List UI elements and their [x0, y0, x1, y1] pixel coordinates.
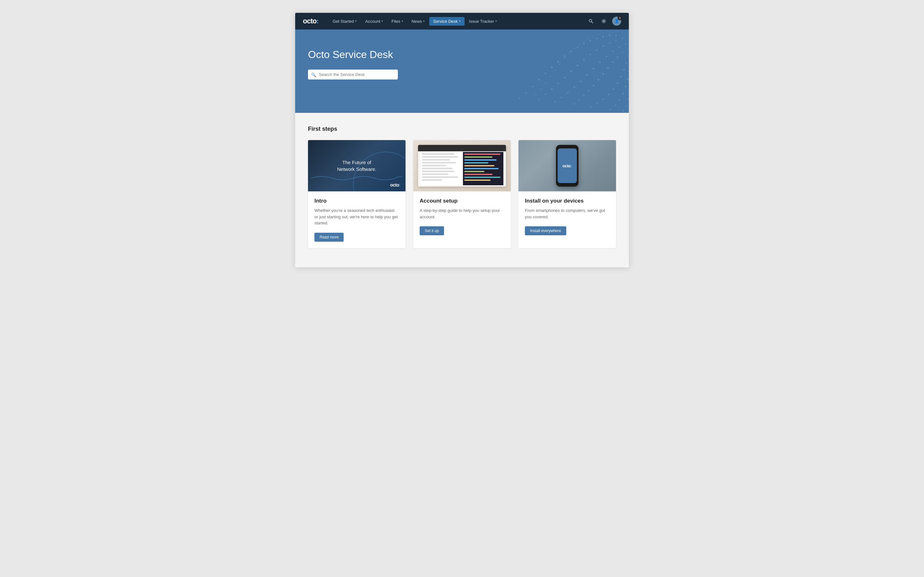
svg-point-67: [617, 56, 618, 58]
search-icon: 🔍: [311, 72, 317, 77]
svg-point-58: [559, 64, 561, 65]
nav-issue-tracker[interactable]: Issue Tracker ▾: [465, 17, 501, 26]
svg-point-92: [615, 105, 616, 106]
svg-point-17: [525, 92, 527, 93]
svg-point-73: [588, 90, 590, 91]
svg-point-94: [628, 92, 629, 93]
svg-point-7: [590, 40, 591, 41]
svg-point-87: [628, 71, 629, 72]
svg-point-80: [620, 76, 622, 77]
svg-point-18: [519, 98, 520, 99]
svg-point-39: [586, 74, 588, 76]
phone-mockup: octo:: [556, 145, 578, 187]
svg-point-3: [615, 35, 617, 37]
svg-point-84: [603, 99, 604, 100]
svg-point-74: [583, 95, 585, 96]
chevron-down-icon: ▾: [495, 19, 497, 23]
set-it-up-button[interactable]: Set it up: [420, 226, 444, 235]
svg-point-65: [627, 48, 628, 49]
svg-point-37: [599, 61, 601, 63]
brand-logo[interactable]: octo:: [303, 17, 318, 25]
svg-point-32: [538, 99, 540, 100]
svg-point-83: [608, 94, 609, 95]
svg-point-50: [598, 34, 599, 35]
svg-point-66: [622, 52, 623, 53]
svg-point-21: [609, 42, 610, 44]
svg-point-45: [622, 32, 623, 33]
settings-button[interactable]: [599, 17, 608, 26]
install-everywhere-button[interactable]: Install everywhere: [525, 226, 566, 235]
svg-point-90: [622, 93, 624, 94]
svg-point-49: [603, 32, 604, 33]
svg-point-89: [625, 86, 626, 87]
text-line: [422, 159, 450, 161]
code-line: [464, 174, 493, 175]
svg-point-61: [545, 83, 546, 84]
nav-account[interactable]: Account ▾: [361, 17, 387, 26]
card-install-devices: octo: Install on your devices From smart…: [519, 140, 616, 248]
code-line: [464, 153, 501, 155]
code-line: [464, 162, 488, 163]
svg-point-69: [607, 67, 609, 69]
svg-point-53: [583, 41, 585, 42]
text-line: [422, 153, 454, 155]
svg-point-16: [532, 86, 533, 87]
svg-point-52: [588, 39, 590, 40]
text-line: [422, 171, 454, 172]
nav-files[interactable]: Files ▾: [388, 17, 407, 26]
svg-point-15: [538, 79, 540, 81]
section-title: First steps: [308, 126, 616, 132]
svg-point-64: [531, 100, 531, 101]
card-device-image: octo:: [519, 140, 616, 191]
user-avatar[interactable]: 👤 0: [612, 17, 621, 26]
svg-point-30: [551, 89, 552, 90]
intro-image-text: The Future ofNetwork Software.: [332, 159, 382, 172]
text-line: [422, 176, 458, 178]
card-device-body: Install on your devices From smartphones…: [519, 191, 616, 242]
text-line: [422, 162, 456, 163]
card-intro-body: Intro Whether you're a seasoned tech ent…: [308, 191, 405, 248]
read-more-button[interactable]: Read more: [314, 233, 344, 242]
card-intro: The Future ofNetwork Software. octo: Int…: [308, 140, 405, 248]
nav-get-started[interactable]: Get Started ▾: [329, 17, 360, 26]
phone-logo: octo:: [562, 163, 572, 168]
svg-point-29: [557, 83, 559, 84]
intro-wave-decoration: [311, 171, 402, 182]
chevron-down-icon: ▾: [381, 19, 383, 23]
svg-point-12: [557, 61, 559, 62]
svg-point-42: [567, 92, 569, 93]
svg-point-75: [578, 99, 580, 101]
screen-code-column: [463, 152, 503, 185]
svg-point-27: [570, 71, 572, 72]
nav-service-desk[interactable]: Service Desk ▾: [429, 17, 465, 26]
svg-point-43: [561, 97, 562, 98]
card-device-title: Install on your devices: [525, 198, 610, 204]
page-wrapper: octo: Get Started ▾ Account ▾ Files ▾ Ne…: [295, 13, 629, 268]
svg-point-59: [555, 70, 556, 71]
hero-title: Octo Service Desk: [308, 49, 616, 61]
search-button[interactable]: [586, 17, 596, 26]
svg-point-31: [545, 93, 546, 95]
text-line: [422, 179, 442, 181]
nav-news[interactable]: News ▾: [408, 17, 429, 26]
svg-point-63: [535, 95, 536, 95]
code-line: [464, 159, 497, 161]
svg-point-77: [628, 56, 629, 57]
svg-point-93: [610, 109, 611, 110]
content-section: First steps The Future ofNetwork Softwar…: [295, 113, 629, 268]
svg-line-1: [591, 22, 593, 23]
svg-point-5: [603, 36, 604, 37]
card-intro-description: Whether you're a seasoned tech enthusias…: [314, 207, 399, 226]
svg-point-2: [603, 21, 604, 22]
svg-point-97: [623, 110, 624, 111]
code-line: [464, 171, 485, 172]
card-account-description: A step-by-step guide to help you setup y…: [420, 207, 504, 220]
search-input[interactable]: [308, 69, 398, 79]
code-line: [464, 177, 501, 178]
notification-badge: 0: [618, 16, 622, 20]
svg-point-51: [593, 36, 594, 37]
device-img-content: octo:: [519, 140, 616, 191]
card-account-image: [413, 140, 511, 191]
svg-point-62: [540, 89, 541, 90]
svg-point-60: [550, 76, 551, 77]
